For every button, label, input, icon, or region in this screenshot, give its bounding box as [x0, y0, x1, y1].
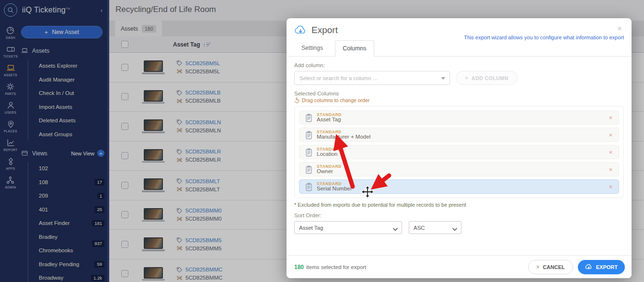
clipboard-icon: [305, 130, 312, 140]
sort-direction-select[interactable]: ASC: [409, 221, 461, 234]
remove-column-icon[interactable]: ×: [609, 149, 612, 156]
tab-columns[interactable]: Columns: [335, 40, 374, 57]
drag-hand-icon: [294, 97, 299, 103]
selected-columns-list: STANDARDAsset Tag×STANDARDManufacturer +…: [294, 106, 624, 198]
selected-column-manufacturer-model[interactable]: STANDARDManufacturer + Model×: [299, 128, 619, 142]
selected-column-asset-tag[interactable]: STANDARDAsset Tag×: [299, 110, 619, 125]
chevron-down-icon: [441, 77, 445, 80]
clipboard-icon: [305, 148, 312, 157]
column-type-label: STANDARD: [317, 182, 352, 186]
tab-settings[interactable]: Settings: [294, 40, 330, 56]
drag-hint: Drag columns to change order: [294, 97, 624, 103]
chevron-down-icon: [452, 226, 457, 232]
sort-field-select[interactable]: Asset Tag: [294, 221, 402, 234]
selected-columns-label: Selected Columns: [294, 91, 624, 96]
modal-header: Export ×: [287, 18, 632, 35]
selected-column-owner[interactable]: STANDARDOwner×: [299, 162, 619, 176]
selected-column-serial-number[interactable]: STANDARDSerial Number×: [299, 179, 619, 194]
exclusion-footnote: * Excluded from exports due to potential…: [294, 202, 624, 208]
column-name-label: Asset Tag: [317, 117, 342, 122]
chevron-down-icon: [393, 226, 398, 232]
clipboard-icon: [305, 182, 312, 191]
column-name-label: Location: [317, 151, 342, 157]
clipboard-icon: [305, 113, 312, 122]
clipboard-icon: [305, 165, 312, 174]
app-screen: iiQ TicketingTM ‹ DASHTICKETSASSETSPARTS…: [0, 0, 644, 282]
close-icon: ×: [536, 264, 540, 270]
remove-column-icon[interactable]: ×: [609, 166, 612, 173]
plus-icon: +: [465, 74, 469, 82]
export-count-text: items selected for export: [306, 264, 366, 270]
wizard-helper-text: This export wizard allows you to configu…: [464, 35, 624, 40]
add-column-button[interactable]: + ADD COLUMN: [456, 71, 518, 85]
column-name-label: Owner: [317, 168, 342, 174]
column-type-label: STANDARD: [317, 113, 342, 117]
cloud-download-icon: [585, 264, 593, 270]
column-type-label: STANDARD: [317, 147, 342, 152]
sort-order-label: Sort Order:: [294, 212, 624, 218]
remove-column-icon[interactable]: ×: [609, 184, 612, 190]
export-button[interactable]: EXPORT: [578, 260, 625, 274]
column-search-select[interactable]: Select or search for a column ...: [294, 71, 450, 85]
export-count: 180: [294, 264, 304, 270]
remove-column-icon[interactable]: ×: [609, 132, 612, 139]
add-column-label: Add column:: [294, 62, 624, 68]
close-icon[interactable]: ×: [614, 23, 625, 35]
modal-tabs: Settings Columns This export wizard allo…: [287, 40, 632, 57]
remove-column-icon[interactable]: ×: [609, 115, 612, 121]
export-modal: Export × Settings Columns This export wi…: [287, 18, 632, 278]
cloud-download-icon: [294, 25, 307, 35]
column-name-label: Serial Number: [317, 186, 352, 191]
selected-column-location[interactable]: STANDARDLocation×: [299, 145, 619, 159]
column-type-label: STANDARD: [317, 164, 342, 169]
column-search-placeholder: Select or search for a column ...: [299, 75, 377, 81]
modal-footer: 180 items selected for export × CANCEL E…: [287, 255, 632, 278]
column-name-label: Manufacturer + Model: [317, 134, 370, 140]
column-type-label: STANDARD: [317, 130, 370, 134]
cancel-button[interactable]: × CANCEL: [528, 260, 573, 274]
modal-title: Export: [311, 25, 338, 35]
